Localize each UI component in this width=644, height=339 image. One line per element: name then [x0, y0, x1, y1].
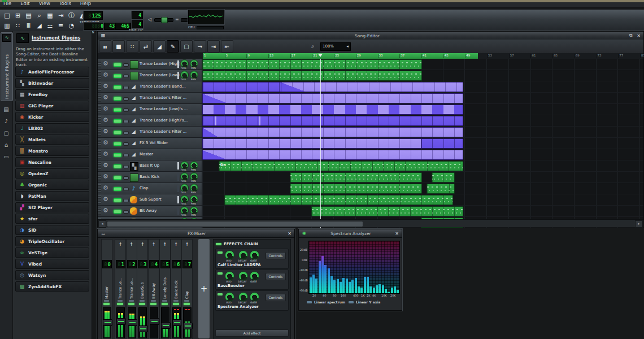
- playhead-marker[interactable]: [318, 54, 323, 57]
- plugin-item-sf2-player[interactable]: ▞Sf2 Player: [15, 202, 89, 212]
- channel-mute-led[interactable]: [162, 303, 168, 305]
- track-solo-led[interactable]: [123, 75, 129, 78]
- channel-fader[interactable]: [138, 307, 147, 338]
- effect-controls-button[interactable]: Controls: [266, 294, 286, 301]
- plugin-item-audiofileprocessor[interactable]: ♪AudioFileProcessor: [15, 67, 89, 77]
- new-from-template-icon[interactable]: ⊞: [13, 11, 23, 20]
- track-lane[interactable]: [202, 104, 643, 115]
- channel-send-arrow-icon[interactable]: ↑: [149, 242, 159, 247]
- plugin-item-vestige[interactable]: ∞VeSTige: [15, 247, 89, 258]
- effect-decay-knob[interactable]: [238, 250, 248, 260]
- pattern-segment[interactable]: [224, 195, 453, 205]
- channel-solo-led[interactable]: [129, 300, 134, 302]
- channel-solo-led[interactable]: [104, 300, 109, 302]
- track-name[interactable]: FX 5 Vol Slider: [140, 141, 168, 145]
- plugin-item-freeboy[interactable]: ▦FreeBoy: [15, 89, 89, 99]
- close-icon[interactable]: ✕: [286, 231, 293, 236]
- legend-led-toggle[interactable]: [349, 301, 354, 303]
- channel-fader[interactable]: [150, 307, 158, 338]
- track-grip-handle[interactable]: [98, 82, 101, 91]
- master-volume-handle[interactable]: [161, 17, 168, 23]
- horizontal-scrollbar[interactable]: ◂ ▸: [98, 219, 643, 227]
- song-editor-titlebar[interactable]: ▦ Song-Editor ⧉ ✕: [98, 32, 643, 40]
- rewind-to-start-button[interactable]: ⇤: [221, 40, 233, 53]
- plugin-item-opulenz[interactable]: ◎OpulenZ: [15, 168, 89, 179]
- track-lane[interactable]: [202, 206, 643, 216]
- my-home-icon[interactable]: ⌂: [3, 141, 10, 149]
- track-head[interactable]: ⚙◢FX 5 Vol Slider: [98, 138, 202, 149]
- toggle-controller-rack-icon[interactable]: ◔: [67, 21, 76, 30]
- add-bb-track-button[interactable]: ∷: [126, 40, 138, 53]
- pattern-segment[interactable]: [427, 184, 455, 194]
- track-solo-led[interactable]: [123, 165, 129, 168]
- track-gear-icon[interactable]: ⚙: [103, 128, 108, 135]
- channel-send-arrow-icon[interactable]: ↑: [160, 242, 170, 247]
- pattern-segment[interactable]: [281, 82, 463, 92]
- track-solo-led[interactable]: [123, 142, 129, 146]
- plugin-item-organic[interactable]: ♣Organic: [15, 180, 89, 190]
- mixer-channel-bit-away[interactable]: ↑84Bit Away: [148, 239, 159, 339]
- track-gear-icon[interactable]: ⚙: [103, 195, 108, 203]
- track-grip-handle[interactable]: [98, 71, 101, 80]
- track-head[interactable]: ⚙Basic KickVOLPAN: [98, 172, 202, 182]
- track-grip-handle[interactable]: [98, 195, 101, 204]
- track-mute-led[interactable]: [114, 164, 121, 168]
- track-mute-led[interactable]: [114, 198, 121, 202]
- new-project-icon[interactable]: □: [2, 11, 12, 20]
- channel-solo-led[interactable]: [162, 300, 167, 302]
- plugin-item-sfxr[interactable]: ★sfxr: [15, 214, 89, 224]
- stop-button[interactable]: ■: [112, 40, 125, 53]
- fader-handle[interactable]: [116, 318, 126, 325]
- track-lane[interactable]: [202, 93, 643, 103]
- track-solo-led[interactable]: [123, 199, 129, 202]
- track-solo-led[interactable]: [123, 97, 129, 101]
- track-lane[interactable]: [202, 194, 643, 205]
- track-name[interactable]: Clap: [140, 186, 149, 190]
- track-grip-handle[interactable]: [98, 105, 101, 114]
- track-lane[interactable]: [202, 115, 643, 126]
- mixer-channel-master[interactable]: 80Master: [101, 239, 112, 339]
- effect-decay-knob[interactable]: [238, 292, 248, 302]
- export-project-icon[interactable]: ⇥: [56, 11, 66, 20]
- track-gear-icon[interactable]: ⚙: [103, 139, 108, 146]
- track-grip-handle[interactable]: [98, 139, 101, 147]
- channel-fader[interactable]: [161, 307, 169, 338]
- track-head[interactable]: ⚙Bit AwayVOLPAN: [98, 206, 202, 216]
- channel-fader[interactable]: [103, 307, 111, 338]
- pattern-segment[interactable]: [202, 127, 463, 137]
- jump-to-end-button[interactable]: ⇥: [207, 40, 220, 53]
- track-solo-led[interactable]: [123, 86, 129, 89]
- pattern-segment[interactable]: [202, 59, 422, 69]
- effect-enable-led[interactable]: [217, 272, 223, 275]
- add-sample-track-button[interactable]: ⇄: [140, 40, 152, 53]
- track-solo-led[interactable]: [123, 188, 129, 191]
- plugin-item-gig-player[interactable]: ▥GIG Player: [15, 101, 89, 111]
- track-lane[interactable]: [202, 70, 643, 81]
- track-grip-handle[interactable]: [98, 184, 101, 193]
- track-lane[interactable]: Do: [202, 160, 643, 171]
- channel-mute-led[interactable]: [128, 303, 134, 305]
- plugin-item-kicker[interactable]: ◉Kicker: [15, 112, 89, 122]
- zoom-level-select[interactable]: 100% ◂: [320, 42, 351, 51]
- effect-wd-knob[interactable]: [225, 271, 234, 281]
- channel-solo-led[interactable]: [151, 300, 156, 302]
- track-mute-led[interactable]: [114, 108, 121, 112]
- my-computer-icon[interactable]: ▭: [3, 153, 10, 160]
- track-mute-led[interactable]: [114, 85, 121, 89]
- plugin-item-tripleoscillator[interactable]: ◕TripleOscillator: [15, 236, 89, 246]
- sidebar-tab-instrument-plugins[interactable]: ∿ Instrument Plugins: [1, 32, 13, 101]
- track-grip-handle[interactable]: [98, 116, 101, 125]
- zoom-spinner-icon[interactable]: ◂: [346, 44, 349, 49]
- fader-handle[interactable]: [103, 319, 112, 326]
- track-grip-handle[interactable]: [98, 207, 101, 215]
- track-head[interactable]: ⚙▚Bass It UpVOLPAN: [98, 160, 202, 171]
- track-solo-led[interactable]: [123, 131, 129, 134]
- plugin-item-monstro[interactable]: ▒Monstro: [15, 146, 89, 156]
- effect-wd-knob[interactable]: [225, 250, 234, 260]
- toggle-song-editor-icon[interactable]: ▥: [2, 21, 12, 30]
- edit-mode-button[interactable]: ▢: [180, 40, 193, 53]
- channel-mute-led[interactable]: [173, 303, 179, 305]
- mixer-channel-basic-kick[interactable]: ↑86Basic Kick: [171, 239, 182, 339]
- track-grip-handle[interactable]: [98, 94, 101, 102]
- plugin-item-sid[interactable]: ◑SID: [15, 225, 89, 235]
